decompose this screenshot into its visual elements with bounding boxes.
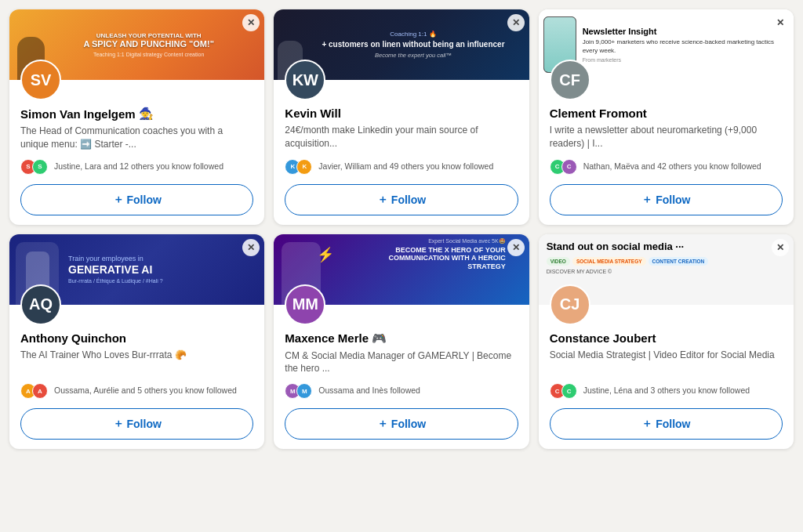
name-emoji-maxence: 🎮 bbox=[372, 331, 387, 346]
follow-label: Follow bbox=[656, 418, 690, 430]
card-body-clement: Clement Fromont I write a newsletter abo… bbox=[539, 80, 794, 225]
followers-text-constance: Justine, Léna and 3 others you know foll… bbox=[583, 385, 750, 396]
profile-name-constance: Constance Joubert bbox=[550, 331, 783, 345]
follow-button-clement[interactable]: ＋ Follow bbox=[550, 184, 783, 215]
profile-grid: UNLEASH YOUR POTENTIAL WITH A SPICY AND … bbox=[9, 9, 794, 449]
profile-desc-anthony: The AI Trainer Who Loves Bur-rrrata 🥐 bbox=[20, 349, 253, 376]
follow-plus-icon: ＋ bbox=[641, 417, 652, 431]
profile-avatar-constance: CJ bbox=[550, 284, 590, 325]
profile-card-kevin: Coaching 1:1 🔥 + customers on linen with… bbox=[274, 9, 529, 225]
followers-text-simon: Justine, Lara and 12 others you know fol… bbox=[54, 161, 223, 172]
follower-avatar-2: M bbox=[296, 383, 312, 399]
follower-avatars-anthony: AA bbox=[20, 383, 48, 399]
banner-close-constance[interactable]: ✕ bbox=[772, 239, 789, 256]
follower-avatars-maxence: MM bbox=[285, 383, 312, 399]
follow-label: Follow bbox=[127, 418, 162, 430]
profile-name-kevin: Kevin Will bbox=[285, 107, 518, 120]
card-body-kevin: Kevin Will 24€/month make Linkedin your … bbox=[274, 80, 529, 225]
follow-label: Follow bbox=[391, 418, 426, 430]
follow-label: Follow bbox=[127, 194, 162, 206]
follow-plus-icon: ＋ bbox=[641, 193, 652, 207]
followers-text-anthony: Oussama, Aurélie and 5 others you know f… bbox=[54, 385, 237, 396]
profile-desc-simon: The Head of Communication coaches you wi… bbox=[20, 125, 253, 151]
profile-desc-maxence: CM & Social Media Manager of GAMEARLY | … bbox=[285, 349, 518, 376]
profile-avatar-anthony: AQ bbox=[20, 284, 61, 325]
follow-button-anthony[interactable]: ＋ Follow bbox=[20, 408, 253, 440]
follower-avatar-2: A bbox=[32, 383, 48, 399]
follower-avatar-2: C bbox=[561, 159, 577, 175]
profile-card-maxence: Expert Social Media avec 5K🤩 BECOME THE … bbox=[274, 234, 529, 450]
card-body-maxence: Maxence Merle 🎮 CM & Social Media Manage… bbox=[274, 305, 529, 450]
follow-button-constance[interactable]: ＋ Follow bbox=[550, 408, 783, 440]
followers-row-maxence: MM Oussama and Inès followed bbox=[285, 383, 518, 399]
profile-name-maxence: Maxence Merle 🎮 bbox=[285, 331, 518, 346]
follow-label: Follow bbox=[391, 194, 426, 206]
name-emoji-simon: 🧙 bbox=[139, 107, 154, 121]
followers-text-clement: Nathan, Maëva and 42 others you know fol… bbox=[583, 161, 761, 172]
follower-avatar-2: C bbox=[561, 383, 577, 399]
follower-avatar-2: K bbox=[296, 159, 312, 175]
card-body-anthony: Anthony Quinchon The AI Trainer Who Love… bbox=[9, 305, 264, 450]
profile-name-clement: Clement Fromont bbox=[550, 107, 783, 120]
follow-label: Follow bbox=[656, 194, 690, 206]
profile-desc-clement: I write a newsletter about neuromarketin… bbox=[550, 124, 783, 151]
profile-card-simon: UNLEASH YOUR POTENTIAL WITH A SPICY AND … bbox=[9, 9, 264, 225]
follower-avatar-2: S bbox=[32, 159, 48, 175]
follower-avatars-kevin: KK bbox=[285, 159, 312, 175]
follower-avatars-constance: CC bbox=[550, 383, 577, 399]
profile-desc-constance: Social Media Strategist | Video Editor f… bbox=[550, 349, 783, 376]
follow-button-kevin[interactable]: ＋ Follow bbox=[285, 184, 518, 215]
follow-plus-icon: ＋ bbox=[113, 417, 124, 431]
profile-card-constance: Stand out on social media ··· VIDEOSOCIA… bbox=[539, 234, 794, 450]
profile-avatar-maxence: MM bbox=[285, 284, 325, 325]
follower-avatars-clement: CC bbox=[550, 159, 577, 175]
profile-name-simon: Simon Van Ingelgem 🧙 bbox=[20, 107, 253, 121]
profile-card-clement: Newsletter Insight Join 9,000+ marketers… bbox=[539, 9, 794, 225]
banner-close-kevin[interactable]: ✕ bbox=[507, 14, 525, 31]
follow-plus-icon: ＋ bbox=[377, 193, 388, 207]
followers-row-constance: CC Justine, Léna and 3 others you know f… bbox=[550, 383, 783, 399]
banner-close-maxence[interactable]: ✕ bbox=[507, 239, 525, 256]
card-body-constance: Constance Joubert Social Media Strategis… bbox=[539, 305, 794, 450]
followers-row-anthony: AA Oussama, Aurélie and 5 others you kno… bbox=[20, 383, 253, 399]
followers-row-simon: SS Justine, Lara and 12 others you know … bbox=[20, 159, 253, 175]
follow-plus-icon: ＋ bbox=[377, 417, 388, 431]
profile-name-anthony: Anthony Quinchon bbox=[20, 331, 253, 345]
profile-card-anthony: Train your employees in Generative AI Bu… bbox=[9, 234, 264, 450]
follow-button-maxence[interactable]: ＋ Follow bbox=[285, 408, 518, 440]
follow-plus-icon: ＋ bbox=[113, 193, 124, 207]
card-body-simon: Simon Van Ingelgem 🧙 The Head of Communi… bbox=[9, 80, 264, 225]
followers-text-maxence: Oussama and Inès followed bbox=[318, 385, 420, 396]
profile-avatar-clement: CF bbox=[550, 60, 590, 100]
profile-desc-kevin: 24€/month make Linkedin your main source… bbox=[285, 124, 518, 151]
follow-button-simon[interactable]: ＋ Follow bbox=[20, 184, 253, 215]
follower-avatars-simon: SS bbox=[20, 159, 48, 175]
followers-text-kevin: Javier, William and 49 others you know f… bbox=[318, 161, 493, 172]
banner-close-anthony[interactable]: ✕ bbox=[242, 239, 260, 256]
banner-close-clement[interactable]: ✕ bbox=[772, 14, 789, 31]
followers-row-clement: CC Nathan, Maëva and 42 others you know … bbox=[550, 159, 783, 175]
followers-row-kevin: KK Javier, William and 49 others you kno… bbox=[285, 159, 518, 175]
profile-avatar-simon: SV bbox=[20, 60, 61, 100]
profile-avatar-kevin: KW bbox=[285, 60, 325, 100]
